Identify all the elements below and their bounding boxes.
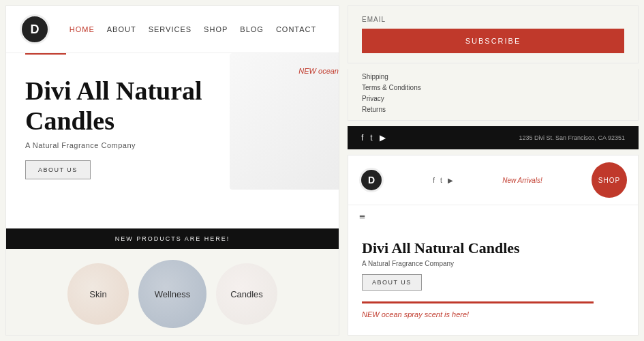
mobile-hero-title: Divi All Natural Candles	[362, 239, 624, 257]
product-skin[interactable]: Skin	[67, 263, 129, 325]
left-header: D HOME ABOUT SERVICES SHOP BLOG CONTACT	[6, 6, 339, 53]
right-panel: EMAIL SUBSCRIBE Shipping Terms & Conditi…	[348, 5, 639, 336]
youtube-icon[interactable]: ▶	[380, 133, 386, 143]
mobile-social-icons: f t ▶	[433, 177, 453, 184]
main-nav: HOME ABOUT SERVICES SHOP BLOG CONTACT	[61, 25, 325, 33]
twitter-icon[interactable]: t	[370, 133, 372, 143]
footer-link-shipping[interactable]: Shipping	[362, 73, 624, 80]
nav-contact[interactable]: CONTACT	[276, 25, 316, 33]
footer-address: 1235 Divi St. San Francisco, CA 92351	[519, 134, 625, 141]
hero-section: NEW ocean Divi All Natural Candles A Nat…	[6, 53, 339, 228]
new-arrivals-tag: New Arrivals!	[502, 177, 542, 184]
left-panel: D HOME ABOUT SERVICES SHOP BLOG CONTACT …	[5, 5, 339, 336]
mobile-hero-subtitle: A Natural Fragrance Company	[362, 260, 624, 267]
nav-blog[interactable]: BLOG	[240, 25, 264, 33]
new-products-label: NEW PRODUCTS ARE HERE!	[20, 235, 325, 242]
footer-link-returns[interactable]: Returns	[362, 106, 624, 113]
product-candles[interactable]: Candles	[216, 263, 277, 325]
logo[interactable]: D	[20, 14, 50, 44]
new-products-strip: NEW PRODUCTS ARE HERE!	[6, 228, 339, 249]
mobile-top-bar: D f t ▶ New Arrivals! SHOP	[348, 155, 638, 205]
red-accent-line	[25, 53, 66, 55]
mobile-preview: D f t ▶ New Arrivals! SHOP ≡ Divi All Na…	[348, 155, 639, 336]
mobile-twitter-icon[interactable]: t	[440, 177, 442, 184]
nav-home[interactable]: HOME	[70, 25, 95, 33]
mobile-youtube-icon[interactable]: ▶	[448, 177, 453, 184]
social-icons: f t ▶	[361, 133, 386, 143]
mobile-hero: Divi All Natural Candles A Natural Fragr…	[348, 228, 638, 301]
mobile-ocean-tag: NEW ocean spray scent is here!	[362, 310, 624, 318]
hamburger-menu[interactable]: ≡	[348, 205, 638, 228]
footer-bar: f t ▶ 1235 Divi St. San Francisco, CA 92…	[348, 126, 639, 149]
nav-shop[interactable]: SHOP	[204, 25, 228, 33]
mobile-logo[interactable]: D	[359, 168, 384, 192]
footer-links: Shipping Terms & Conditions Privacy Retu…	[348, 69, 639, 121]
subscribe-button[interactable]: SUBSCRIBE	[362, 29, 624, 53]
new-ocean-tag: NEW ocean	[298, 67, 339, 75]
mobile-red-accent	[362, 301, 594, 303]
footer-link-terms[interactable]: Terms & Conditions	[362, 84, 624, 91]
product-wellness[interactable]: Wellness	[138, 260, 206, 328]
about-us-button[interactable]: ABOUT US	[25, 160, 91, 179]
facebook-icon[interactable]: f	[361, 133, 363, 143]
nav-services[interactable]: SERVICES	[149, 25, 191, 33]
mobile-about-button[interactable]: ABOUT US	[362, 274, 422, 291]
nav-about[interactable]: ABOUT	[107, 25, 136, 33]
mobile-shop-button[interactable]: SHOP	[592, 162, 627, 198]
email-label: EMAIL	[362, 16, 624, 23]
email-section: EMAIL SUBSCRIBE	[348, 5, 639, 63]
products-row: Skin Wellness Candles	[6, 249, 339, 335]
mobile-facebook-icon[interactable]: f	[433, 177, 435, 184]
footer-link-privacy[interactable]: Privacy	[362, 95, 624, 102]
